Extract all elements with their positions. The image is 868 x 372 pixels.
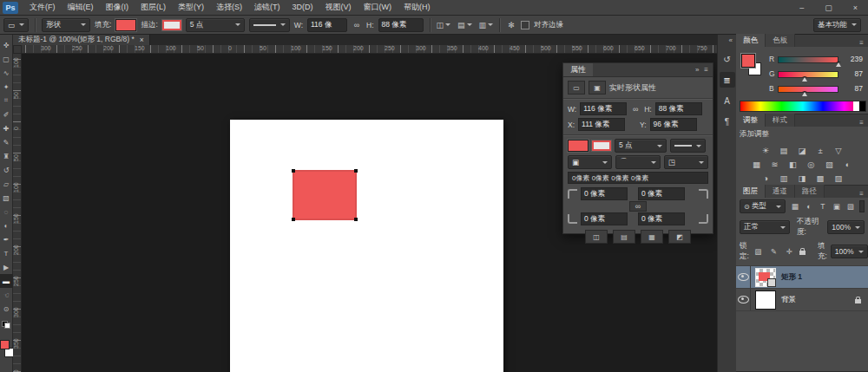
visibility-eye-icon[interactable] (738, 273, 749, 281)
expand-panels-icon[interactable]: « (726, 35, 736, 46)
foreground-color-swatch[interactable] (741, 54, 755, 68)
opacity-input[interactable]: 100% (827, 220, 865, 234)
align-edges-checkbox[interactable] (521, 21, 529, 29)
menu-item-9[interactable]: 窗口(W) (358, 0, 398, 15)
close-button[interactable]: × (853, 3, 858, 12)
prop-stroke-type-select[interactable] (670, 139, 706, 153)
hue-saturation-icon[interactable]: ▦ (751, 159, 763, 170)
eraser-tool[interactable]: ▱ (0, 177, 13, 191)
prop-stroke-swatch[interactable] (592, 140, 611, 151)
properties-panel-icon[interactable]: ≣ (720, 72, 735, 88)
menu-item-1[interactable]: 编辑(E) (62, 0, 100, 15)
history-brush-tool[interactable]: ↺ (0, 163, 13, 177)
marquee-tool[interactable]: ▢ (0, 52, 13, 66)
path-selection-tool[interactable]: ▶ (0, 260, 13, 274)
shape-handle-bottom-left[interactable] (292, 218, 295, 221)
radius-bottom-right-input[interactable]: 0 像素 (638, 212, 685, 225)
tool-mode-select[interactable]: 形状 (42, 18, 90, 32)
paragraph-panel-icon[interactable]: ¶ (720, 114, 735, 129)
prop-x-input[interactable]: 111 像素 (578, 118, 625, 131)
color-fg-bg-swatches[interactable] (740, 52, 766, 78)
radius-top-left-input[interactable]: 0 像素 (581, 187, 628, 200)
history-panel-icon[interactable]: ↺ (720, 51, 735, 67)
brush-tool[interactable]: ✎ (0, 135, 13, 149)
filter-type-icon[interactable]: T (817, 201, 828, 212)
minimize-button[interactable]: – (799, 3, 804, 12)
slider-track-R[interactable] (778, 56, 838, 63)
exposure-icon[interactable]: ± (814, 145, 826, 156)
photo-filter-icon[interactable]: ◎ (806, 159, 818, 170)
stroke-type-select[interactable] (249, 18, 290, 32)
radius-link-icon[interactable]: ∞ (629, 201, 647, 212)
properties-tab[interactable]: 属性 (563, 63, 593, 76)
black-white-icon[interactable]: ◧ (787, 159, 799, 170)
gradient-tool[interactable]: ▧ (0, 191, 13, 205)
shape-settings-gear-icon[interactable]: ✻ (506, 21, 516, 29)
path-alignment-button[interactable]: ▤ (457, 21, 472, 29)
slider-track-B[interactable] (778, 86, 838, 93)
document-tab[interactable]: 未标题-1 @ 100%(矩形 1, RGB/8) * × (13, 35, 150, 45)
mask-icon[interactable]: ▣ (589, 81, 606, 95)
color-spectrum-bar[interactable] (740, 101, 866, 112)
threshold-icon[interactable]: ◨ (796, 173, 808, 184)
adjustments-menu-icon[interactable]: ≡ (855, 119, 868, 127)
horizontal-ruler[interactable]: 3002502001501005005010015020025030035040… (22, 45, 717, 54)
crop-tool[interactable]: ⌗ (0, 94, 13, 108)
hand-tool[interactable]: ☜ (0, 288, 13, 302)
filter-smart-object-icon[interactable]: ▨ (845, 201, 856, 212)
constrain-button[interactable]: ▦ (641, 230, 663, 244)
blur-tool[interactable]: ◌ (0, 205, 13, 219)
menu-item-5[interactable]: 选择(S) (210, 0, 248, 15)
menu-item-0[interactable]: 文件(F) (23, 0, 62, 15)
prop-link-icon[interactable]: ∞ (630, 105, 641, 114)
adjustments-tab-样式[interactable]: 样式 (766, 114, 795, 127)
stroke-color-swatch[interactable] (162, 20, 181, 30)
move-tool[interactable]: ✜ (0, 38, 13, 52)
lock-pixels-icon[interactable]: ✎ (768, 246, 779, 257)
rectangle-tool[interactable]: ▬ (0, 274, 13, 288)
canvas[interactable] (230, 120, 503, 372)
toolbar-color-swatches[interactable] (0, 340, 13, 359)
filter-pixel-icon[interactable]: ▦ (789, 201, 800, 212)
reset-button[interactable]: ◩ (668, 230, 691, 244)
layer-thumbnail[interactable] (755, 290, 776, 310)
layer-fill-input[interactable]: 100% (831, 245, 868, 258)
stroke-width-select[interactable]: 5 点 (186, 18, 245, 32)
shape-handle-top-right[interactable] (354, 169, 358, 173)
filter-toggle[interactable] (859, 200, 865, 212)
rectangle-shape[interactable] (293, 170, 357, 220)
layers-tab-图层[interactable]: 图层 (736, 185, 766, 198)
color-lookup-icon[interactable]: ◐ (842, 159, 854, 170)
width-input[interactable]: 116 像 (307, 18, 347, 32)
prop-height-input[interactable]: 88 像素 (655, 102, 702, 115)
link-dimensions-icon[interactable]: ∞ (352, 21, 362, 29)
blend-mode-select[interactable]: 正常 (740, 220, 790, 234)
brightness-contrast-icon[interactable]: ☀ (760, 145, 772, 156)
slider-thumb-G[interactable] (802, 76, 807, 82)
lock-transparency-icon[interactable]: ▨ (753, 246, 764, 257)
menu-item-4[interactable]: 类型(Y) (172, 0, 210, 15)
color-tab-色板[interactable]: 色板 (766, 34, 795, 47)
default-colors-icon[interactable] (2, 321, 10, 328)
color-menu-icon[interactable]: ≡ (855, 39, 868, 47)
posterize-icon[interactable]: ▥ (778, 173, 790, 184)
lock-position-icon[interactable]: ✛ (784, 246, 795, 257)
live-shape-icon[interactable]: ▭ (568, 81, 585, 95)
dodge-tool[interactable]: ◐ (0, 219, 13, 232)
white-swatch[interactable] (853, 101, 859, 111)
menu-item-8[interactable]: 视图(V) (319, 0, 358, 15)
filter-adjustment-icon[interactable]: ◐ (803, 201, 814, 212)
menu-item-2[interactable]: 图像(I) (100, 0, 135, 15)
panel-collapse-icon[interactable]: » (695, 66, 699, 74)
menu-item-3[interactable]: 图层(L) (135, 0, 172, 15)
shape-handle-top-left[interactable] (292, 169, 295, 173)
layers-tab-通道[interactable]: 通道 (766, 185, 795, 198)
menu-item-7[interactable]: 3D(D) (286, 0, 319, 15)
adjustments-tab-调整[interactable]: 调整 (736, 114, 766, 127)
eyedropper-tool[interactable]: ✐ (0, 108, 13, 121)
color-balance-icon[interactable]: ≋ (769, 159, 781, 170)
black-swatch[interactable] (859, 101, 865, 111)
stroke-align-select[interactable]: ▣ (568, 155, 612, 169)
filter-shape-icon[interactable]: ▣ (831, 201, 842, 212)
stroke-corners-select[interactable]: ◳ (664, 155, 708, 169)
